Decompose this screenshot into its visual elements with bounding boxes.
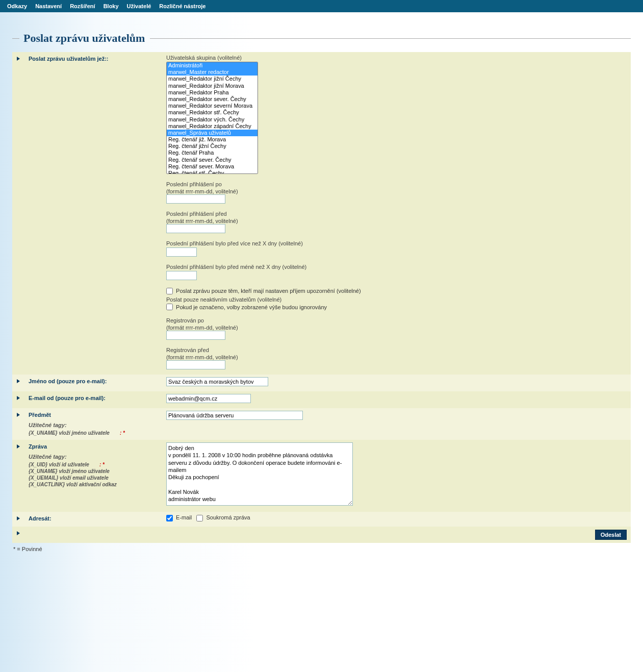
top-menu: OdkazyNastaveníRozšířeníBlokyUživateléRo… [0, 0, 643, 12]
topmenu-item[interactable]: Odkazy [4, 2, 30, 10]
group-option[interactable]: marwel_Redaktor západní Čechy [167, 123, 258, 130]
topmenu-item[interactable]: Uživatelé [124, 2, 155, 10]
arrow-icon [17, 396, 20, 400]
topmenu-item[interactable]: Nastavení [32, 2, 65, 10]
required-star: : * [99, 462, 105, 467]
last-login-more-input[interactable] [166, 247, 197, 257]
topmenu-item[interactable]: Rozličné nástroje [156, 2, 209, 10]
last-login-before-input[interactable] [166, 224, 225, 233]
only-notify-label: Poslat zprávu pouze těm, kteří mají nast… [176, 288, 361, 294]
group-option[interactable]: marwel_Redaktor sever. Čechy [167, 96, 258, 103]
last-login-before-label: Poslední přihlášení před [166, 211, 627, 217]
arrow-icon [17, 379, 20, 383]
reg-after-input[interactable] [166, 331, 225, 340]
group-option[interactable]: marwel_Redaktor stř. Čechy [167, 109, 258, 116]
group-option[interactable]: marwel_Správa uživatelů [167, 130, 258, 136]
submit-button[interactable]: Odeslat [595, 530, 627, 540]
group-option[interactable]: Administrátoři [167, 62, 258, 69]
arrow-icon [17, 531, 20, 535]
topmenu-item[interactable]: Bloky [100, 2, 122, 10]
page-title: Poslat zprávu uživatelům [23, 32, 145, 45]
page-title-row: Poslat zprávu uživatelům [12, 32, 631, 45]
tag-item: {X_UEMAIL} vloží email uživatele [29, 475, 158, 481]
date-format-hint: (formát rrrr-mm-dd, volitelné) [166, 218, 238, 224]
addressee-label: Adresát: [24, 512, 162, 527]
group-option[interactable]: marwel_Redaktor Praha [167, 89, 258, 96]
from-email-input[interactable] [166, 394, 251, 403]
last-login-more-label: Poslední přihlášení bylo před více než X… [166, 240, 627, 246]
group-option[interactable]: Reg. čtenář sever. Morava [167, 163, 258, 170]
date-format-hint: (formát rrrr-mm-dd, volitelné) [166, 188, 238, 194]
addressee-pm-label: Soukromá zpráva [206, 514, 250, 520]
tag-item: {X_UACTLINK} vloží aktivační odkaz [29, 482, 158, 487]
from-name-label: Jméno od (pouze pro e-mail): [24, 375, 162, 391]
tag-item: {X_UNAME} vloží jméno uživatele [29, 430, 110, 436]
reg-before-input[interactable] [166, 360, 225, 369]
topmenu-item[interactable]: Rozšíření [67, 2, 98, 10]
arrow-icon [17, 516, 20, 520]
subject-label: Předmět [29, 412, 51, 418]
group-option[interactable]: Reg. čtenář již. Morava [167, 136, 258, 143]
group-option[interactable]: Reg. čtenář sever. Čechy [167, 157, 258, 163]
date-format-hint: (formát rrrr-mm-dd, volitelné) [166, 325, 238, 331]
arrow-icon [17, 444, 20, 449]
last-login-after-label: Poslední přihlášení po [166, 181, 627, 187]
user-group-label: Uživatelská skupina (volitelné) [166, 55, 627, 61]
last-login-less-label: Poslední přihlášení bylo před méně než X… [166, 264, 627, 270]
subject-input[interactable] [166, 411, 303, 420]
tags-title: Užitečné tagy: [29, 454, 158, 460]
group-option[interactable]: Reg. čtenář stř. Čechy [167, 170, 258, 174]
user-group-select[interactable]: Administrátořimarwel_Master redactormarw… [166, 62, 258, 174]
group-option[interactable]: Reg. čtenář jižní Čechy [167, 143, 258, 150]
only-notify-checkbox[interactable] [166, 288, 173, 294]
message-form: Poslat zprávu uživatelům jež:: Uživatels… [12, 52, 631, 543]
arrow-icon [17, 57, 20, 61]
tag-item: {X_UID} vloží id uživatele [29, 462, 89, 467]
inactive-label: Poslat pouze neaktivním uživatelům (voli… [166, 296, 627, 303]
date-format-hint: (formát rrrr-mm-dd, volitelné) [166, 354, 238, 360]
recipients-label: Poslat zprávu uživatelům jež:: [24, 52, 162, 375]
inactive-checkbox[interactable] [166, 304, 173, 310]
body-textarea[interactable] [166, 442, 353, 506]
addressee-pm-checkbox[interactable] [196, 515, 203, 521]
addressee-email-checkbox[interactable] [166, 515, 173, 521]
reg-before-label: Registrován před [166, 347, 627, 353]
group-option[interactable]: Reg. čtenář Praha [167, 150, 258, 156]
group-option[interactable]: marwel_Redaktor vých. Čechy [167, 116, 258, 123]
group-option[interactable]: marwel_Redaktor jižní Čechy [167, 76, 258, 82]
group-option[interactable]: marwel_Redaktor severní Morava [167, 103, 258, 109]
last-login-after-input[interactable] [166, 194, 225, 204]
inactive-hint: Pokud je označeno, volby zobrazené výše … [176, 304, 327, 310]
tag-item: {X_UNAME} vloží jméno uživatele [29, 468, 158, 474]
footnote-required: * = Povinné [12, 546, 631, 552]
arrow-icon [17, 413, 20, 417]
reg-after-label: Registrován po [166, 317, 627, 323]
group-option[interactable]: marwel_Redaktor jižní Morava [167, 83, 258, 89]
from-name-input[interactable] [166, 377, 268, 386]
body-label: Zpráva [29, 443, 47, 450]
tags-title: Užitečné tagy: [29, 422, 158, 428]
group-option[interactable]: marwel_Master redactor [167, 69, 258, 76]
from-email-label: E-mail od (pouze pro e-mail): [24, 391, 162, 408]
required-star: : * [120, 430, 125, 436]
last-login-less-input[interactable] [166, 271, 197, 280]
addressee-email-label: E-mail [176, 514, 192, 520]
